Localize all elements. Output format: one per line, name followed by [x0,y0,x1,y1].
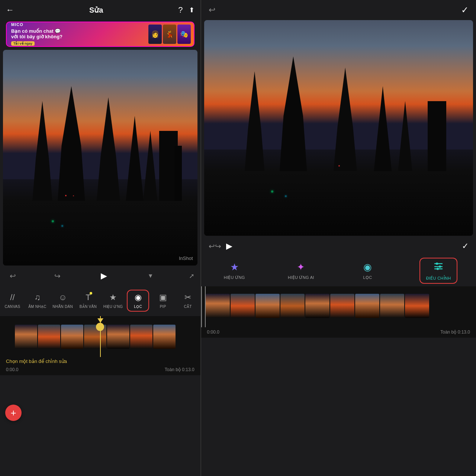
cut-icon: ✂ [184,293,191,302]
left-toolbar: // CANVAS ♫ ÂM NHẠC ☺ NHÃN DÁN T BẢN VĂN… [0,286,200,316]
right-hieuung-icon: ★ [230,261,239,273]
right-confirm-button[interactable]: ✓ [462,241,469,251]
right-play-button[interactable]: ▶ [221,238,238,254]
playhead-triangle [97,318,103,323]
nhanDan-label: NHÃN DÁN [52,305,73,309]
right-frame-4 [280,294,305,318]
toolbar-banVan[interactable]: T BẢN VĂN [77,291,99,310]
canvas-icon: // [10,293,15,302]
timeline-frame-5 [107,325,129,349]
right-current-time: 0:00.0 [207,329,219,335]
right-frame-5 [305,294,329,318]
timeline-track [0,324,176,350]
text-icon: T [86,293,90,302]
toolbar-pip[interactable]: ▣ PIP [152,291,174,310]
timeline-hint: Chọn một bản để chỉnh sửa [6,358,67,364]
timeline-frame-2 [38,325,60,349]
right-toolbar-hieuUngAI[interactable]: ✦ HIỆU ỨNG AI [286,261,316,280]
add-button[interactable]: + [5,405,22,421]
amnhac-label: ÂM NHẠC [28,305,46,309]
right-loc-label: LỌC [363,275,372,280]
right-frame-7 [355,294,379,318]
right-frame-2 [231,294,255,318]
left-bottom-status: Chọn một bản để chỉnh sửa [0,357,200,366]
ad-cta[interactable]: Tải về ngay [11,41,35,46]
ad-text: Bạn có muốn chat 💬với tôi bây giờ không? [11,28,189,39]
undo-button[interactable]: ↩ [6,271,19,280]
play-button[interactable]: ▶ [96,268,112,284]
right-hieuUng-label: HIỆU ỨNG [224,275,245,280]
hieuung-icon: ★ [109,293,117,302]
right-toolbar-loc[interactable]: ◉ LỌC [353,261,382,280]
timeline-frame-6 [130,325,152,349]
page-title: Sửa [89,6,103,15]
right-ai-icon: ✦ [297,261,305,273]
toolbar-hieuUng[interactable]: ★ HIỆU ỨNG [102,291,124,310]
left-time-status: 0:00.0 Toàn bộ 0:13.0 [0,366,200,375]
back-button[interactable]: ← [6,5,14,15]
canvas-label: CANVAS [4,305,20,309]
timeline-arrow[interactable]: ▼ [144,273,157,279]
right-frame-9 [405,294,429,318]
ad-banner[interactable]: MICO Bạn có muốn chat 💬với tôi bây giờ k… [6,22,194,47]
filter-icon: ◉ [135,293,142,302]
pip-label: PIP [160,305,166,309]
watermark: InShot [179,255,193,261]
right-frame-8 [380,294,404,318]
total-time: Toàn bộ 0:13.0 [165,367,194,372]
right-toolbar-dieuChinh[interactable]: ĐIỀU CHỈNH [419,258,458,284]
right-bottom-status: 0:00.0 Toàn bộ 0:13.0 [201,327,476,338]
right-filter-icon: ◉ [363,261,372,273]
banVan-label: BẢN VĂN [80,305,97,309]
cat-label: CẮT [184,305,192,309]
svg-point-5 [437,268,439,270]
loc-label: LỌC [134,305,142,309]
right-timeline-track [202,294,429,320]
toolbar-amnhac[interactable]: ♫ ÂM NHẠC [26,291,48,310]
timeline-frame-7 [153,325,176,349]
right-toolbar: ★ HIỆU ỨNG ✦ HIỆU ỨNG AI ◉ LỌC ĐIỀU [201,257,476,286]
left-timeline[interactable] [0,316,200,357]
right-frame-3 [255,294,280,318]
current-time: 0:00.0 [6,367,18,372]
right-check-button[interactable]: ✓ [461,5,469,15]
right-video-preview [204,20,473,236]
right-playback-controls: ↩ ↪ ▶ ✓ [201,236,476,257]
right-playhead-line [205,286,206,327]
expand-button[interactable]: ➚ [189,272,194,280]
toolbar-cat[interactable]: ✂ CẮT [177,291,199,310]
right-redo-button[interactable]: ↪ [215,242,221,251]
sticker-icon: ☺ [58,293,67,302]
help-button[interactable]: ? [178,5,183,15]
toolbar-loc[interactable]: ◉ LỌC [127,290,149,312]
music-icon: ♫ [34,293,41,302]
hieuUng-label: HIỆU ỨNG [103,305,123,309]
right-total-time: Toàn bộ 0:13.0 [440,329,470,335]
timeline-frame-3 [61,325,83,349]
right-adjust-icon [433,261,444,274]
right-back-button[interactable]: ↩ [209,5,215,15]
right-frame-6 [330,294,354,318]
right-toolbar-hieuUng[interactable]: ★ HIỆU ỨNG [219,261,249,280]
toolbar-canvas[interactable]: // CANVAS [1,291,23,310]
right-undo-button[interactable]: ↩ [209,242,215,251]
pip-icon: ▣ [159,293,167,302]
svg-point-1 [436,263,438,265]
ad-logo: MICO [11,22,189,27]
share-button[interactable]: ⬆ [189,6,194,14]
left-video-preview: InShot [3,50,197,266]
right-frame-1 [206,294,230,318]
redo-button[interactable]: ↪ [51,271,64,280]
left-playback-controls: ↩ ↪ ▶ ▼ ➚ [0,266,200,286]
right-dieuChinh-label: ĐIỀU CHỈNH [426,276,451,281]
timeline-frame-1 [15,325,37,349]
right-timeline[interactable] [201,286,476,327]
svg-point-3 [439,266,441,268]
toolbar-nhanDan[interactable]: ☺ NHÃN DÁN [51,291,74,310]
right-header: ↩ ✓ [201,0,476,20]
right-hieuUngAI-label: HIỆU ỨNG AI [288,275,314,280]
left-header: ← Sửa ? ⬆ [0,0,200,20]
